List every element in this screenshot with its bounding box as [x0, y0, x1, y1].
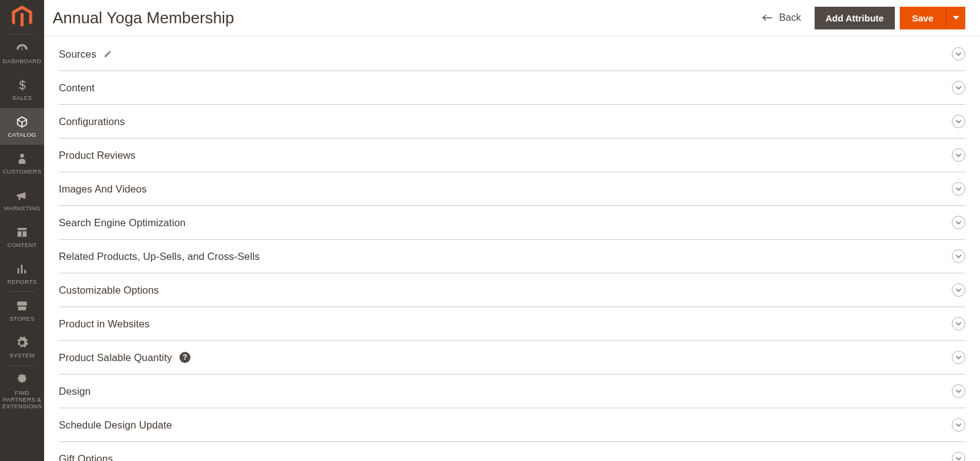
add-attribute-button[interactable]: Add Attribute — [815, 7, 895, 29]
cube-icon — [15, 115, 29, 129]
sidebar-item-label: SALES — [10, 95, 34, 102]
sidebar-item-customers[interactable]: CUSTOMERS — [0, 145, 44, 181]
chevron-down-icon — [956, 423, 962, 427]
caret-down-icon — [953, 16, 959, 20]
chevron-down-icon — [956, 457, 962, 461]
magento-logo[interactable] — [0, 0, 44, 34]
section-title-label: Search Engine Optimization — [59, 217, 186, 229]
chevron-down-icon — [956, 86, 962, 90]
expand-toggle[interactable] — [952, 182, 965, 196]
expand-toggle[interactable] — [952, 418, 965, 432]
sidebar-item-label: DASHBOARD — [1, 58, 44, 65]
section-images-videos[interactable]: Images And Videos — [59, 172, 965, 206]
section-title-label: Product Reviews — [59, 150, 135, 161]
section-title-label: Images And Videos — [59, 183, 147, 195]
accordion-sections: Sources Content Configurations Product R… — [44, 36, 980, 461]
sidebar-item-label: REPORTS — [5, 279, 39, 286]
section-title-label: Design — [59, 386, 91, 397]
sidebar-item-label: SYSTEM — [7, 352, 37, 359]
section-related-products[interactable]: Related Products, Up-Sells, and Cross-Se… — [59, 240, 965, 273]
chevron-down-icon — [956, 322, 962, 326]
sidebar-item-label: FIND PARTNERS & EXTENSIONS — [0, 390, 44, 410]
sidebar-item-system[interactable]: SYSTEM — [0, 329, 44, 365]
arrow-left-icon — [762, 13, 773, 22]
expand-toggle[interactable] — [952, 47, 965, 61]
back-button[interactable]: Back — [753, 7, 810, 28]
chevron-down-icon — [956, 153, 962, 158]
storefront-icon — [15, 299, 29, 313]
section-content[interactable]: Content — [59, 71, 965, 105]
sidebar-item-label: CATALOG — [6, 132, 39, 139]
sidebar-item-label: MARKETING — [1, 205, 42, 212]
expand-toggle[interactable] — [952, 452, 965, 461]
save-button[interactable]: Save — [900, 7, 946, 29]
chevron-down-icon — [956, 221, 962, 225]
pencil-icon[interactable] — [104, 50, 112, 58]
sidebar-item-label: STORES — [7, 316, 37, 322]
back-button-label: Back — [779, 12, 801, 23]
chevron-down-icon — [956, 356, 962, 360]
sidebar-item-dashboard[interactable]: DASHBOARD — [0, 34, 44, 71]
expand-toggle[interactable] — [952, 317, 965, 330]
section-gift-options[interactable]: Gift Options — [59, 442, 965, 461]
section-title-label: Product Salable Quantity — [59, 352, 172, 364]
expand-toggle[interactable] — [952, 81, 965, 94]
save-button-group: Save — [900, 7, 965, 29]
expand-toggle[interactable] — [952, 216, 965, 229]
section-salable-quantity[interactable]: Product Salable Quantity ? — [59, 341, 965, 375]
sidebar-item-label: CUSTOMERS — [0, 169, 43, 175]
section-title-label: Customizable Options — [59, 284, 159, 296]
sidebar-item-sales[interactable]: SALES — [0, 71, 44, 108]
expand-toggle[interactable] — [952, 283, 965, 297]
section-product-reviews[interactable]: Product Reviews — [59, 139, 965, 172]
sidebar-item-catalog[interactable]: CATALOG — [0, 108, 44, 145]
section-schedule-design[interactable]: Schedule Design Update — [59, 408, 965, 442]
section-title-label: Configurations — [59, 116, 125, 128]
section-title-label: Gift Options — [59, 453, 113, 462]
expand-toggle[interactable] — [952, 384, 965, 398]
person-icon — [15, 151, 29, 166]
expand-toggle[interactable] — [952, 351, 965, 364]
section-seo[interactable]: Search Engine Optimization — [59, 206, 965, 240]
sidebar-item-stores[interactable]: STORES — [0, 292, 44, 329]
bar-chart-icon — [15, 262, 29, 276]
section-customizable-options[interactable]: Customizable Options — [59, 273, 965, 307]
section-configurations[interactable]: Configurations — [59, 105, 965, 139]
sidebar-item-marketing[interactable]: MARKETING — [0, 181, 44, 218]
section-title-label: Schedule Design Update — [59, 419, 172, 431]
section-design[interactable]: Design — [59, 375, 965, 408]
magento-logo-icon — [12, 6, 32, 29]
sidebar-item-partners[interactable]: FIND PARTNERS & EXTENSIONS — [0, 366, 44, 416]
header-actions: Back Add Attribute Save — [753, 7, 965, 29]
chevron-down-icon — [956, 288, 962, 292]
admin-sidebar: DASHBOARD SALES CATALOG CUSTOMERS MARKET… — [0, 0, 44, 461]
chevron-down-icon — [956, 254, 962, 259]
gauge-icon — [15, 41, 29, 56]
expand-toggle[interactable] — [952, 250, 965, 263]
chevron-down-icon — [956, 389, 962, 394]
section-product-in-websites[interactable]: Product in Websites — [59, 307, 965, 341]
section-title-label: Content — [59, 82, 95, 94]
megaphone-icon — [15, 188, 29, 203]
help-icon[interactable]: ? — [179, 352, 190, 363]
puzzle-icon — [15, 373, 29, 387]
sidebar-item-content[interactable]: CONTENT — [0, 218, 44, 255]
section-title-label: Product in Websites — [59, 318, 149, 330]
chevron-down-icon — [956, 52, 962, 56]
expand-toggle[interactable] — [952, 115, 965, 128]
chevron-down-icon — [956, 120, 962, 124]
expand-toggle[interactable] — [952, 148, 965, 162]
save-dropdown-toggle[interactable] — [946, 7, 965, 29]
main-content: Annual Yoga Membership Back Add Attribut… — [44, 0, 980, 461]
page-title: Annual Yoga Membership — [51, 9, 753, 28]
chevron-down-icon — [956, 187, 962, 191]
section-title-label: Related Products, Up-Sells, and Cross-Se… — [59, 251, 260, 262]
layout-icon — [15, 225, 29, 240]
dollar-icon — [15, 78, 29, 93]
page-header: Annual Yoga Membership Back Add Attribut… — [44, 0, 980, 36]
section-sources[interactable]: Sources — [59, 36, 965, 71]
sidebar-item-reports[interactable]: REPORTS — [0, 255, 44, 292]
section-title-label: Sources — [59, 48, 96, 60]
sidebar-item-label: CONTENT — [5, 242, 39, 249]
gear-icon — [15, 335, 29, 350]
